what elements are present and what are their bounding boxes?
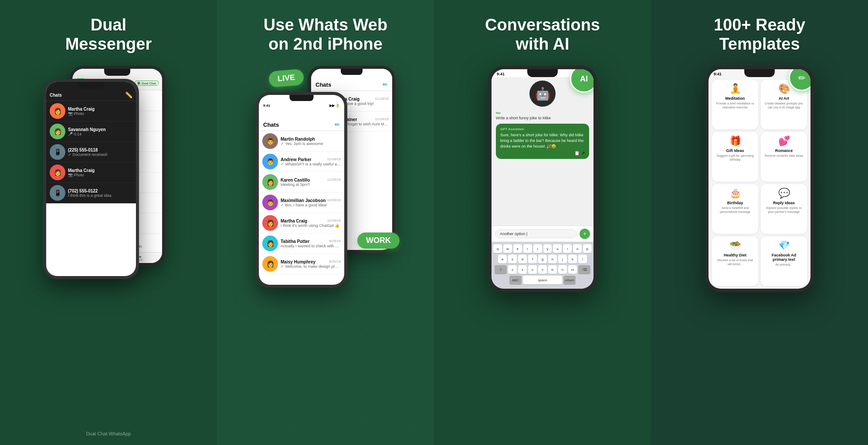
p2-back-title: Chats xyxy=(315,81,331,88)
templates-time: 9:41 xyxy=(714,72,722,76)
template-emoji-birthday: 🎂 xyxy=(729,188,741,199)
kb-shift[interactable]: ⇧ xyxy=(495,265,507,274)
front-avatar-savannah: 👩 xyxy=(50,124,65,139)
kb-s[interactable]: s xyxy=(508,255,517,263)
kb-h[interactable]: h xyxy=(548,255,557,263)
kb-j[interactable]: j xyxy=(558,255,567,263)
phones-stacked: LIVE Chats ✏ 👩 Martha Craig11/19/19 ✓ Ok… xyxy=(256,66,395,292)
p2-back-edit: ✏ xyxy=(383,81,388,88)
p2-front-chat-martha: 👩 Martha Craig10/28/19 I think it's wort… xyxy=(259,213,344,233)
ai-chat-area: 🤖 Me Write a short funny joke to Mike GP… xyxy=(492,77,593,226)
ai-input-area: Another option | + xyxy=(492,226,593,242)
kb-u[interactable]: u xyxy=(553,244,562,253)
template-card-birthday[interactable]: 🎂 Birthday Send a heartfelt and personal… xyxy=(712,184,758,234)
ai-msg-bot-text: Sure, here's a short joke for Mike: Why … xyxy=(500,132,585,149)
p2-front-chat-karen: 👩 Karen Castillo11/15/19 Meeting at 3pm? xyxy=(259,172,344,192)
kb-w[interactable]: w xyxy=(503,244,512,253)
p2-front-chat-maisy: 👩 Maisy Humphrey8/20/19 ✓ Welcome, to ma… xyxy=(259,254,344,274)
kb-o[interactable]: o xyxy=(573,244,582,253)
template-card-reply[interactable]: 💬 Reply Ideas Explore possible replies t… xyxy=(761,184,807,234)
kb-c[interactable]: c xyxy=(528,265,537,274)
template-card-meditation[interactable]: 🧘 Meditation Provide a brief meditation … xyxy=(712,80,758,129)
kb-row-4: ABC space return xyxy=(493,276,592,284)
kb-i[interactable]: i xyxy=(563,244,572,253)
p2-front-preview-martin: ✓ Yes, 2pm is awesome xyxy=(281,142,341,146)
ai-send-button[interactable]: + xyxy=(580,229,590,239)
panel-3-title: Conversationswith AI xyxy=(485,16,600,54)
front-preview-savannah: 🎤 0:14 xyxy=(68,132,132,136)
front-chat-info-martha: Martha Craig 📷 Photo xyxy=(68,107,132,116)
front-chat-info-savannah: Savannah Nguyen 🎤 0:14 xyxy=(68,127,132,136)
panel-templates: 100+ ReadyTemplates ✏ 9:41 ●●● 🔋 🧘 xyxy=(651,0,868,445)
p2-front-chat-list: 👨 Martin Randolph ✓ Yes, 2pm is awesome … xyxy=(259,131,344,274)
p2-front-preview-max: ✓ Bro, I have a good idea! xyxy=(281,203,341,207)
template-emoji-diet: 🥗 xyxy=(729,240,741,251)
front-preview-martha3: 📷 Photo xyxy=(68,173,132,177)
template-desc-romance: Receive romantic date ideas xyxy=(765,154,803,158)
kb-m[interactable]: m xyxy=(568,265,577,274)
notch-back xyxy=(104,69,130,76)
panel-whats-web: Use Whats Webon 2nd iPhone LIVE Chats ✏ … xyxy=(217,0,434,445)
templates-phone-wrap: ✏ 9:41 ●●● 🔋 🧘 Meditation Provide a brie… xyxy=(660,66,859,436)
template-card-gift[interactable]: 🎁 Gift Ideas Suggest a gift for upcoming… xyxy=(712,132,758,182)
dual-chat-badge: ▣ Dual Chat xyxy=(135,81,159,86)
ai-screen: 9:41 ●●● 🔋 🤖 Me Write a short funny joke… xyxy=(492,69,593,289)
ai-msg-user-label: Me xyxy=(496,111,589,115)
kb-delete[interactable]: ⌫ xyxy=(578,265,590,274)
phone-front: Chats ✏️ 👩 Martha Craig 📷 Photo 👩 xyxy=(43,79,139,279)
p2-time-dog: 11/16/19 xyxy=(375,117,389,122)
panel-2-title: Use Whats Webon 2nd iPhone xyxy=(264,16,387,54)
kb-l[interactable]: l xyxy=(578,255,587,263)
template-name-birthday: Birthday xyxy=(727,201,743,205)
front-avatar-martha: 👩 xyxy=(50,103,65,119)
p2-front-header: Chats ✏ xyxy=(259,109,344,131)
kb-space[interactable]: space xyxy=(523,276,562,284)
template-name-gift: Gift Ideas xyxy=(726,148,744,153)
template-desc-gift: Suggest a gift for upcoming birthday xyxy=(715,154,755,162)
p2-front-screen: 9:41 ▶▶ 🔋 Chats ✏ 👨 Martin Randolph ✓ Ye… xyxy=(259,95,344,285)
kb-row-2: a s d f g h j k l xyxy=(493,255,592,263)
kb-g[interactable]: g xyxy=(538,255,547,263)
front-avatar-martha3: 👩 xyxy=(50,165,65,180)
kb-t[interactable]: t xyxy=(533,244,542,253)
kb-y[interactable]: y xyxy=(543,244,552,253)
p2-front-time-maisy: 8/20/19 xyxy=(329,260,341,264)
template-card-diet[interactable]: 🥗 Healthy Diet Receive a list of foods t… xyxy=(712,236,758,287)
p2-front-preview-karen: Meeting at 3pm? xyxy=(281,182,341,187)
kb-e[interactable]: e xyxy=(513,244,522,253)
phone-p4: ✏ 9:41 ●●● 🔋 🧘 Meditation Provide a brie… xyxy=(705,66,814,292)
template-desc-birthday: Send a heartfelt and personalized messag… xyxy=(715,206,755,214)
template-card-fb-ad[interactable]: 💎 Facebook Ad primary text Ad primary... xyxy=(761,236,807,287)
kb-p[interactable]: p xyxy=(583,244,592,253)
kb-d[interactable]: d xyxy=(518,255,527,263)
kb-z[interactable]: z xyxy=(508,265,517,274)
kb-x[interactable]: x xyxy=(518,265,527,274)
template-name-ai-art: AI Art xyxy=(779,96,789,101)
ai-phone-container: AI 9:41 ●●● 🔋 🤖 Me xyxy=(488,66,597,292)
kb-f[interactable]: f xyxy=(528,255,537,263)
kb-abc[interactable]: ABC xyxy=(509,276,522,284)
template-card-romance[interactable]: 💕 Romance Receive romantic date ideas xyxy=(761,132,807,182)
p2-back-notch xyxy=(341,69,363,75)
p2-front-info-andrew: Andrew Parker11/18/19 ✓ WhatsGPT is a re… xyxy=(281,157,341,166)
p2-front-name-maisy: Maisy Humphrey xyxy=(281,260,315,264)
kb-b[interactable]: b xyxy=(548,265,557,274)
kb-r[interactable]: r xyxy=(523,244,532,253)
front-title: Chats xyxy=(50,93,62,98)
p2-front-time-tabitha: 8/25/19 xyxy=(329,239,341,244)
panel-ai: Conversationswith AI AI 9:41 ●●● 🔋 🤖 xyxy=(434,0,651,445)
kb-k[interactable]: k xyxy=(568,255,577,263)
kb-v[interactable]: v xyxy=(538,265,547,274)
front-chat-savannah: 👩 Savannah Nguyen 🎤 0:14 xyxy=(46,121,136,142)
kb-q[interactable]: q xyxy=(493,244,502,253)
kb-return[interactable]: return xyxy=(563,276,576,284)
template-emoji-fb-ad: 💎 xyxy=(778,240,790,251)
p2-front-name-martha: Martha Craig xyxy=(281,219,307,223)
kb-n[interactable]: n xyxy=(558,265,567,274)
template-emoji-ai-art: 🎨 xyxy=(778,83,790,94)
kb-a[interactable]: a xyxy=(498,255,507,263)
p2-front-time-martha: 10/28/19 xyxy=(327,219,341,223)
ai-input-field[interactable]: Another option | xyxy=(495,229,577,238)
template-emoji-reply: 💬 xyxy=(778,188,790,199)
template-name-diet: Healthy Diet xyxy=(724,253,746,257)
